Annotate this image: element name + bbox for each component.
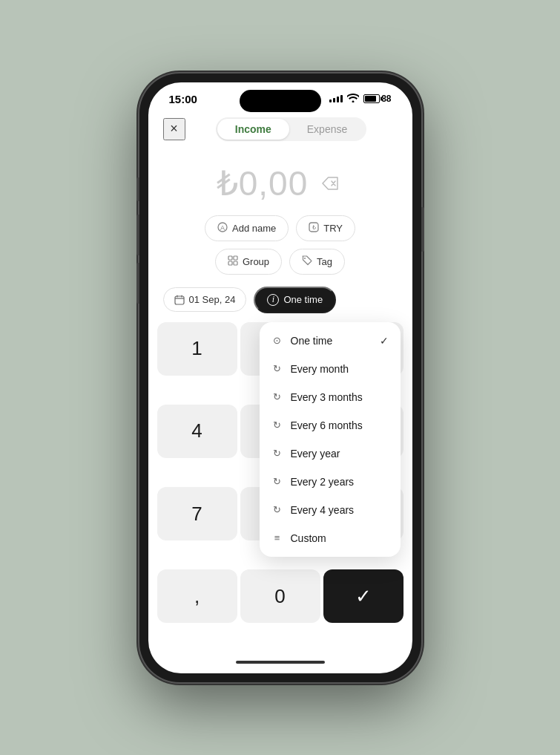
signal-icon [329, 95, 343, 102]
dropdown-item-every-2-years[interactable]: ↻ Every 2 years [260, 468, 401, 496]
dropdown-item-every-6-months[interactable]: ↻ Every 6 months [260, 411, 401, 439]
numkey-0[interactable]: 0 [240, 569, 320, 623]
group-icon [228, 255, 238, 268]
numkey-comma[interactable]: , [157, 569, 237, 623]
dropdown-icon-custom: ≡ [271, 532, 283, 543]
quick-inputs: A Add name ₺ TRY [148, 215, 412, 249]
dropdown-icon-every-4-years: ↻ [271, 504, 283, 515]
repeat-info-icon: i [267, 294, 279, 306]
repeat-label: One time [283, 294, 323, 305]
dropdown-icon-every-6-months: ↻ [271, 419, 283, 431]
dropdown-label-custom: Custom [291, 532, 389, 544]
dropdown-icon-every-year: ↻ [271, 448, 283, 459]
dropdown-item-every-month[interactable]: ↻ Every month [260, 355, 401, 383]
dropdown-label-every-month: Every month [291, 363, 389, 375]
power-button [421, 207, 424, 252]
tag-icon [302, 255, 312, 268]
currency-icon: ₺ [309, 222, 319, 235]
numkey-1[interactable]: 1 [157, 322, 237, 376]
dropdown-item-custom[interactable]: ≡ Custom [260, 524, 401, 552]
tab-income[interactable]: Income [217, 119, 289, 140]
close-button[interactable]: × [163, 118, 185, 140]
svg-rect-6 [228, 261, 232, 265]
battery-level: 88 [381, 94, 391, 104]
amount-value: ₺0,00 [217, 163, 309, 203]
add-name-icon: A [217, 222, 228, 235]
tab-container: Income Expense [185, 117, 398, 141]
currency-label: TRY [323, 223, 343, 234]
dropdown-menu: ⊙ One time ✓ ↻ Every month ↻ Every 3 mon… [260, 322, 401, 557]
volume-down-button [136, 263, 139, 304]
svg-rect-7 [234, 261, 237, 265]
home-indicator [148, 651, 412, 673]
svg-point-8 [304, 258, 306, 259]
date-repeat-row: 01 Sep, 24 i One time ⊙ One time ✓ ↻ Eve… [148, 287, 412, 321]
tab-group: Income Expense [216, 117, 367, 141]
numkey-7[interactable]: 7 [157, 487, 237, 540]
tag-row: Group Tag [148, 249, 412, 287]
group-label: Group [243, 256, 269, 267]
svg-rect-4 [228, 256, 232, 260]
dropdown-icon-one-time: ⊙ [271, 335, 283, 346]
dropdown-icon-every-3-months: ↻ [271, 391, 283, 402]
add-name-button[interactable]: A Add name [205, 215, 289, 241]
tab-expense[interactable]: Expense [289, 119, 365, 140]
dropdown-label-every-2-years: Every 2 years [291, 476, 389, 488]
calendar-icon [174, 295, 185, 305]
svg-text:A: A [220, 224, 225, 232]
dropdown-item-every-3-months[interactable]: ↻ Every 3 months [260, 383, 401, 411]
backspace-button[interactable] [317, 170, 343, 197]
group-button[interactable]: Group [215, 249, 282, 275]
numkey-4[interactable]: 4 [157, 405, 237, 458]
dropdown-label-every-6-months: Every 6 months [291, 419, 389, 431]
repeat-button[interactable]: i One time [254, 287, 336, 313]
dropdown-label-one-time: One time [291, 335, 372, 347]
tag-label: Tag [317, 256, 332, 267]
dropdown-label-every-3-months: Every 3 months [291, 391, 389, 403]
amount-display: ₺0,00 [148, 148, 412, 215]
dropdown-item-every-4-years[interactable]: ↻ Every 4 years [260, 496, 401, 524]
dropdown-label-every-4-years: Every 4 years [291, 504, 389, 516]
wifi-icon [347, 94, 359, 105]
status-time: 15:00 [169, 93, 197, 105]
phone-wrapper: 15:00 88 [139, 73, 421, 682]
dropdown-item-one-time[interactable]: ⊙ One time ✓ [260, 327, 401, 355]
date-button[interactable]: 01 Sep, 24 [163, 287, 247, 312]
svg-rect-9 [175, 296, 184, 304]
svg-rect-5 [234, 256, 237, 260]
numkey-confirm[interactable]: ✓ [323, 569, 403, 623]
dropdown-item-every-year[interactable]: ↻ Every year [260, 439, 401, 468]
svg-text:₺: ₺ [312, 224, 316, 231]
date-label: 01 Sep, 24 [189, 294, 236, 305]
battery-icon: 88 [363, 94, 391, 104]
volume-up-button [136, 215, 139, 255]
top-bar: × Income Expense [148, 117, 412, 148]
currency-button[interactable]: ₺ TRY [296, 215, 355, 241]
mute-button [136, 177, 139, 201]
phone-screen: 15:00 88 [148, 82, 412, 673]
home-bar [236, 661, 325, 664]
status-icons: 88 [329, 94, 391, 105]
dropdown-icon-every-2-years: ↻ [271, 476, 283, 487]
add-name-label: Add name [232, 223, 276, 234]
check-icon-one-time: ✓ [380, 335, 389, 347]
dropdown-icon-every-month: ↻ [271, 363, 283, 374]
app-content: × Income Expense ₺0,00 [148, 110, 412, 673]
dynamic-island [240, 90, 321, 112]
dropdown-label-every-year: Every year [291, 448, 389, 460]
tag-button[interactable]: Tag [289, 249, 345, 275]
